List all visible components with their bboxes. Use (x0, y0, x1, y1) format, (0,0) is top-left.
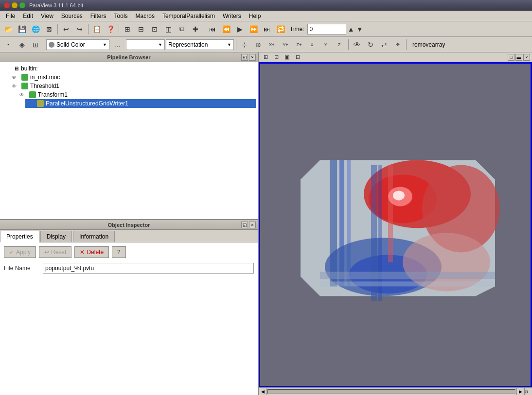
color-dropdown-arrow: ▼ (103, 42, 107, 47)
variable-arrow: ▼ (158, 42, 162, 47)
neg-y-btn[interactable]: Y- (320, 38, 333, 51)
pipeline-close-btn[interactable]: × (249, 54, 256, 61)
play-start-btn[interactable]: ⏮ (206, 23, 219, 35)
color-dropdown[interactable]: Solid Color ▼ (46, 39, 109, 50)
menu-sources[interactable]: Sources (57, 12, 87, 20)
tab-information[interactable]: Information (73, 231, 115, 242)
pipeline-item-inmsf[interactable]: 👁 in_msf.moc (10, 73, 256, 82)
scrollbar-track[interactable] (267, 389, 515, 394)
select-btn2[interactable]: ⊡ (148, 23, 161, 35)
play-btn[interactable]: ▶ (233, 23, 246, 35)
select-btn5[interactable]: ✚ (189, 23, 202, 35)
help-button[interactable]: ? (112, 246, 126, 258)
vp-btn-4[interactable]: ⊟ (293, 53, 302, 62)
menu-help[interactable]: Help (245, 12, 265, 20)
reset-y-btn[interactable]: Y+ (279, 38, 292, 51)
select-btn3[interactable]: ◫ (162, 23, 175, 35)
vp-btn-3[interactable]: ▣ (282, 53, 292, 62)
red-streak (388, 165, 393, 262)
pipeline-tree: 🖥 builtin: 👁 in_msf.moc 👁 Threshold1 (0, 62, 258, 219)
h-band-2 (320, 281, 495, 286)
neg-z-btn[interactable]: Z- (334, 38, 346, 51)
copy-button[interactable]: 📋 (90, 23, 103, 35)
reset-x-btn[interactable]: X+ (266, 38, 278, 51)
vp-restore-btn[interactable]: ▬ (515, 54, 522, 61)
select-btn4[interactable]: ⧉ (176, 23, 188, 35)
close-button[interactable] (4, 2, 10, 8)
pipeline-item-writer1[interactable]: ParallelUnstructuredGridWriter1 (25, 99, 256, 108)
menu-view[interactable]: View (37, 12, 57, 20)
flip-btn[interactable]: ⇄ (378, 38, 390, 51)
filename-input[interactable] (43, 263, 254, 274)
help-btn[interactable]: ❓ (104, 23, 117, 35)
minimize-button[interactable] (12, 2, 18, 8)
play-loop-btn[interactable]: 🔁 (274, 23, 287, 35)
open-button[interactable]: 📂 (2, 23, 15, 35)
play-fwd-btn[interactable]: ⏩ (247, 23, 260, 35)
menu-bar: File Edit View Sources Filters Tools Mac… (0, 11, 532, 21)
window-controls (4, 2, 25, 8)
reset-z-btn[interactable]: Z+ (293, 38, 305, 51)
tab-properties[interactable]: Properties (0, 231, 39, 242)
neg-x-btn[interactable]: X- (306, 38, 319, 51)
menu-tools[interactable]: Tools (110, 12, 132, 20)
save-button[interactable]: 💾 (16, 23, 28, 35)
scroll-left-btn[interactable]: ◀ (259, 388, 266, 395)
blue-streak-4 (371, 165, 377, 301)
apply-button[interactable]: ✓ Apply (4, 246, 36, 258)
builtin-label: builtin: (21, 65, 38, 72)
cursor-btn[interactable]: ⌖ (391, 38, 404, 51)
connect-button[interactable]: 🌐 (29, 23, 42, 35)
eye-btn[interactable]: 👁 (351, 38, 363, 51)
menu-macros[interactable]: Macros (132, 12, 159, 20)
undo-button[interactable]: ↩ (60, 23, 72, 35)
menu-file[interactable]: File (2, 12, 19, 20)
reset-button[interactable]: ↩ Reset (39, 246, 71, 258)
pipeline-item-threshold1[interactable]: 👁 Threshold1 (10, 82, 256, 90)
viewport-header: ⊞ ⊡ ▣ ⊟ □ ▬ × (259, 52, 532, 62)
inspector-close-btn[interactable]: × (249, 222, 256, 228)
disconnect-button[interactable]: ⊠ (43, 23, 55, 35)
time-down-btn[interactable]: ▼ (356, 23, 364, 35)
vp-btn-2[interactable]: ⊡ (271, 53, 281, 62)
pipeline-float-btn[interactable]: ◱ (241, 54, 248, 61)
tab-display[interactable]: Display (40, 231, 72, 242)
btn-secondary-1[interactable]: ▪ (2, 38, 15, 51)
menu-filters[interactable]: Filters (87, 12, 110, 20)
inspector-properties-content: ✓ Apply ↩ Reset ✕ Delete ? (0, 242, 258, 395)
axes-btn[interactable]: ⊹ (238, 38, 251, 51)
white-hot-center (393, 190, 405, 200)
inmsf-label: in_msf.moc (30, 74, 60, 81)
vp-close-btn[interactable]: × (523, 54, 530, 61)
menu-temporal[interactable]: TemporalParallelism (159, 12, 219, 20)
reset-label: Reset (51, 249, 66, 256)
redo-button[interactable]: ↪ (73, 23, 86, 35)
rotate-btn[interactable]: ↻ (364, 38, 377, 51)
object-inspector: Object Inspector ◱ × Properties Display … (0, 220, 258, 395)
sep3 (119, 24, 119, 34)
vp-btn-1[interactable]: ⊞ (261, 53, 270, 62)
viewport-canvas[interactable] (259, 62, 532, 387)
scroll-right-btn[interactable]: ▶ (516, 388, 524, 395)
select-all-btn[interactable]: ⊞ (121, 23, 134, 35)
pipeline-item-transform1[interactable]: 👁 Transform1 (18, 90, 256, 99)
maximize-button[interactable] (19, 2, 25, 8)
btn-secondary-3[interactable]: ⊞ (29, 38, 42, 51)
play-back-btn[interactable]: ⏪ (220, 23, 232, 35)
inspector-float-btn[interactable]: ◱ (241, 222, 248, 228)
time-up-btn[interactable]: ▲ (347, 23, 355, 35)
pipeline-item-builtin[interactable]: 🖥 builtin: (2, 64, 256, 73)
select-area-btn[interactable]: ⊟ (135, 23, 147, 35)
btn-secondary-2[interactable]: ◈ (16, 38, 28, 51)
delete-button[interactable]: ✕ Delete (74, 246, 109, 258)
vp-maximize-btn[interactable]: □ (508, 54, 514, 61)
time-input[interactable] (307, 24, 346, 34)
play-end-btn[interactable]: ⏭ (261, 23, 273, 35)
repr-dropdown[interactable]: Representation ▼ (166, 39, 234, 50)
variable-dropdown[interactable]: ▼ (126, 39, 165, 50)
repr-arrow: ▼ (227, 42, 231, 47)
menu-writers[interactable]: Writers (219, 12, 245, 20)
menu-edit[interactable]: Edit (19, 12, 37, 20)
edit-color-btn[interactable]: ... (110, 38, 125, 51)
axes-btn2[interactable]: ⊕ (252, 38, 265, 51)
